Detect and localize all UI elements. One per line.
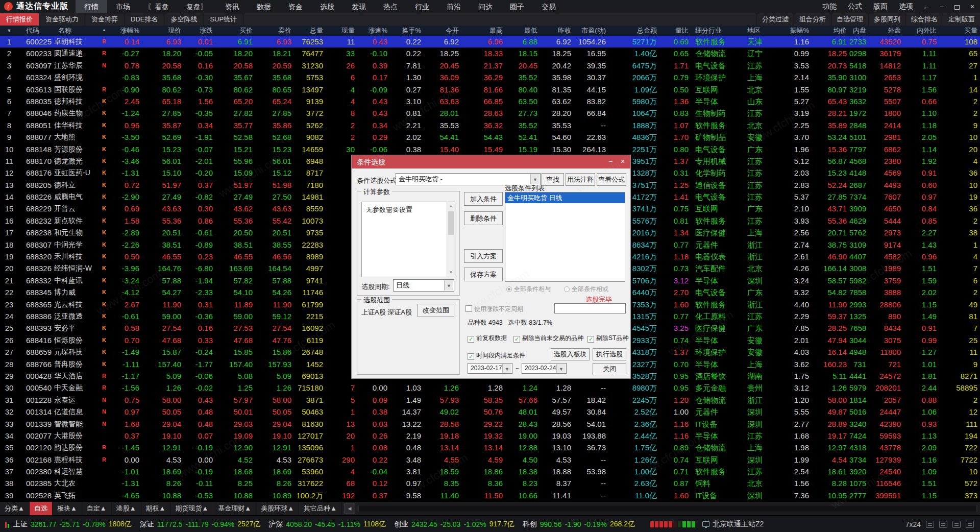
dialog-close-icon[interactable]: × xyxy=(616,155,629,168)
index-上证[interactable]: 上证3261.77-25.71-0.78%1808亿 xyxy=(13,520,132,529)
period-dropdown-icon[interactable]: ▼ xyxy=(444,280,453,291)
dialog-minimize-icon[interactable]: − xyxy=(604,155,617,168)
col-header-name[interactable]: 名称 xyxy=(54,26,93,36)
table-row-688046[interactable]: 7688046药康生物K-1.2427.85-0.3527.8227.85377… xyxy=(0,107,980,119)
radio-all-or[interactable]: 全部条件相或 xyxy=(564,285,608,294)
table-row-688035[interactable]: 6688035德邦科技K2.4565.181.5665.2065.2491394… xyxy=(0,95,980,107)
bottom-tab-港股[interactable]: 港股▲ xyxy=(112,502,141,515)
col-header-buyvol[interactable]: 买量 xyxy=(939,26,980,36)
menu-item-行情[interactable]: 行情 xyxy=(76,0,107,13)
menu-item-交易[interactable]: 交易 xyxy=(533,0,565,13)
bottom-tab-期权[interactable]: 期权▲ xyxy=(141,502,171,515)
menu-right-选项[interactable]: 选项 xyxy=(893,2,919,11)
back-icon[interactable]: ← xyxy=(919,0,934,13)
tool-多股同列[interactable]: 多股同列 xyxy=(868,13,905,26)
index-科创[interactable]: 科创990.56-1.90-0.19%268.2亿 xyxy=(523,520,635,529)
menu-item-选股[interactable]: 选股 xyxy=(311,0,343,13)
formula-dropdown-icon[interactable]: ▼ xyxy=(530,174,540,184)
menu-right-版面[interactable]: 版面 xyxy=(868,2,893,11)
panel-icon[interactable] xyxy=(926,521,934,528)
tool-组合分析[interactable]: 组合分析 xyxy=(794,13,831,26)
bottom-tab-期货现货[interactable]: 期货现货▲ xyxy=(170,502,213,515)
quote-tab-行情报价[interactable]: 行情报价 xyxy=(0,13,39,26)
scroll-thumb[interactable] xyxy=(448,211,454,235)
tool-定制版面[interactable]: 定制版面 xyxy=(943,13,980,26)
scroll-down-icon[interactable]: ▼ xyxy=(447,269,455,277)
quote-tab-资金博弈[interactable]: 资金博弈 xyxy=(85,13,125,26)
quote-tab-多空阵线[interactable]: 多空阵线 xyxy=(164,13,204,26)
view-formula-button[interactable]: 查看公式 xyxy=(597,173,626,186)
menu-item-发现[interactable]: 发现 xyxy=(343,0,375,13)
col-header-code[interactable]: 代码 xyxy=(18,26,54,36)
add-condition-button[interactable]: 加入条件 xyxy=(464,192,503,206)
index-创业[interactable]: 创业2432.45-25.03-1.02%917.7亿 xyxy=(394,520,514,529)
col-header-price[interactable]: 现价 xyxy=(142,26,184,36)
delete-condition-button[interactable]: 删除条件 xyxy=(464,211,503,225)
col-header-chg[interactable]: 涨跌 xyxy=(184,26,215,36)
menu-item-市场[interactable]: 市场 xyxy=(107,0,139,13)
col-header-speed[interactable]: 涨速% xyxy=(357,26,390,36)
col-header-bid[interactable]: 买价 xyxy=(215,26,255,36)
close-dialog-button[interactable]: 关闭 xyxy=(593,363,626,375)
settings-icon[interactable] xyxy=(966,521,974,528)
col-header-avg[interactable]: 均价 xyxy=(812,26,849,36)
bottom-tab-美股环球[interactable]: 美股环球▲ xyxy=(256,502,299,515)
condition-list-item[interactable]: 金牛明买吃货 日线 xyxy=(505,192,625,203)
table-row-603613[interactable]: 5603613国联股份R-0.9080.62-0.7380.6280.65134… xyxy=(0,84,980,95)
table-row-001314[interactable]: 32001314亿道信息N0.9750.050.4850.0150.055046… xyxy=(0,406,980,418)
menu-item-问达[interactable]: 问达 xyxy=(470,0,501,13)
menu-item-前沿[interactable]: 前沿 xyxy=(438,0,470,13)
table-row-002385[interactable]: 38002385大北农-1.318.26-0.118.258.263176226… xyxy=(0,477,980,489)
bottom-tab-自选[interactable]: 自选 xyxy=(30,502,53,515)
menu-item-〖看盘[interactable]: 〖看盘 xyxy=(139,0,178,13)
layout-icon[interactable] xyxy=(952,521,961,528)
find-button[interactable]: 查找 xyxy=(542,173,564,186)
server-indicator[interactable]: 北京联通主站Z2 xyxy=(702,520,764,529)
col-header-inner[interactable]: 内盘 xyxy=(849,26,869,36)
col-header-industry[interactable]: 细分行业 xyxy=(691,26,743,36)
date-from-combo[interactable]: 2023-02-17 ▼ xyxy=(468,363,512,374)
col-header-region[interactable]: 地区 xyxy=(743,26,786,36)
import-plan-button[interactable]: 引入方案 xyxy=(464,249,503,263)
checkbox-variable-cycle[interactable]: 使用涨跌不定周期 xyxy=(465,305,523,313)
checkbox-skip-untradable[interactable]: ✓剔除当前未交易的品种 xyxy=(513,334,583,343)
close-icon[interactable]: × xyxy=(965,0,980,13)
col-header-amp[interactable]: 振幅% xyxy=(786,26,812,36)
scroll-up-icon[interactable]: ▲ xyxy=(447,202,455,210)
condition-list[interactable]: 金牛明买吃货 日线 xyxy=(505,192,625,282)
date-from-dropdown-icon[interactable]: ▼ xyxy=(502,364,511,373)
add-to-block-button[interactable]: 选股入板块 xyxy=(551,348,590,360)
menu-item-圈子[interactable]: 圈子 xyxy=(501,0,533,13)
checkbox-time-range[interactable]: ✓时间段内满足条件 xyxy=(468,351,525,360)
bottom-tab-板块[interactable]: 板块▲ xyxy=(53,502,82,515)
table-row-603324[interactable]: 4603324盛剑环境-0.8335.68-0.3035.6735.685753… xyxy=(0,71,980,83)
table-row-600225[interactable]: 1600225卓朗科技R0.146.930.016.916.9376253110… xyxy=(0,36,980,47)
table-row-002120[interactable]: 35002120韵达股份R-1.4512.91-0.1912.9012.9113… xyxy=(0,442,980,453)
menu-item-复盘〗[interactable]: 复盘〗 xyxy=(178,0,216,13)
table-row-688077[interactable]: 9688077大地熊K-3.5052.69-1.9152.5852.689082… xyxy=(0,131,980,143)
table-row-002528[interactable]: 39002528英飞拓-4.6510.88-0.5310.8810.89100.… xyxy=(0,490,980,501)
table-row-002077[interactable]: 34002077大港股份0.3719.100.0719.0919.1012701… xyxy=(0,430,980,442)
table-row-001339[interactable]: 33001339智微智能N1.6829.040.4829.0329.048163… xyxy=(0,418,980,430)
date-to-dropdown-icon[interactable]: ▼ xyxy=(556,364,566,373)
bottom-tab-基金理财[interactable]: 基金理财▲ xyxy=(213,502,256,515)
dialog-title-bar[interactable]: 条件选股 − × xyxy=(352,155,630,168)
col-header-volratio[interactable]: 量比 xyxy=(659,26,691,36)
message-icon[interactable] xyxy=(939,521,947,528)
tool-分类过滤[interactable]: 分类过滤 xyxy=(756,13,794,26)
table-row-002168[interactable]: 36002168惠程科技R0.004.530.004.524.532766732… xyxy=(0,454,980,466)
restore-icon[interactable] xyxy=(949,0,965,13)
col-header-pe[interactable]: 市盈(动) xyxy=(574,26,608,36)
cycle-input[interactable] xyxy=(554,303,626,313)
usage-note-button[interactable]: 用法注释 xyxy=(566,173,595,186)
tool-综合排名[interactable]: 综合排名 xyxy=(905,13,943,26)
menu-item-资金[interactable]: 资金 xyxy=(280,0,311,13)
col-header-vol[interactable]: 总量 xyxy=(294,26,326,36)
menu-right-功能[interactable]: 功能 xyxy=(817,2,842,11)
table-row-688051[interactable]: 8688051佳华科技K0.9635.870.3435.7735.8652622… xyxy=(0,119,980,131)
table-row-000540[interactable]: 30000540中天金融R-1.561.26-0.021.251.2671518… xyxy=(0,382,980,394)
tool-自选管理[interactable]: 自选管理 xyxy=(831,13,868,26)
bottom-tab-分类[interactable]: 分类▲ xyxy=(0,502,30,515)
table-row-603097[interactable]: 3603097江苏华辰N0.7820.580.1620.5820.5931230… xyxy=(0,60,980,71)
minimize-icon[interactable]: − xyxy=(934,0,949,13)
